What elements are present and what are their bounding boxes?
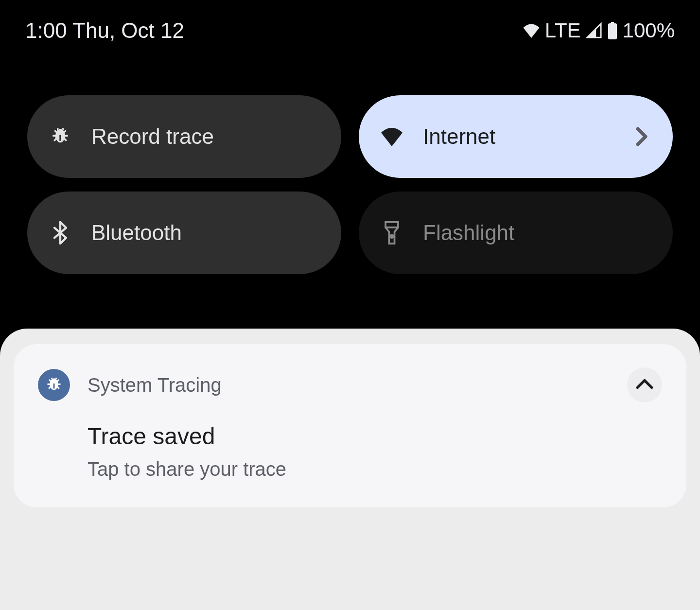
network-type: LTE	[545, 19, 581, 42]
bluetooth-icon	[49, 221, 72, 244]
wifi-status-icon	[523, 23, 540, 38]
qs-label-flashlight: Flashlight	[423, 221, 651, 245]
qs-label-record-trace: Record trace	[91, 124, 320, 149]
battery-percent: 100%	[623, 19, 675, 42]
signal-icon	[586, 22, 602, 39]
notification-card[interactable]: System Tracing Trace saved Tap to share …	[14, 344, 686, 507]
notification-body: Trace saved Tap to share your trace	[88, 423, 662, 480]
notification-subtitle: Tap to share your trace	[88, 458, 662, 480]
qs-tile-record-trace[interactable]: Record trace	[27, 95, 341, 178]
quick-settings-panel: Record trace Internet Bluetooth	[0, 43, 700, 274]
bug-icon	[38, 369, 70, 401]
svg-rect-2	[385, 222, 398, 227]
qs-tile-internet[interactable]: Internet	[359, 95, 673, 178]
status-right-icons: LTE 100%	[523, 19, 675, 42]
wifi-icon	[380, 125, 403, 148]
bug-icon	[49, 125, 72, 148]
chevron-right-icon	[636, 127, 648, 146]
qs-label-internet: Internet	[423, 124, 616, 149]
notification-header: System Tracing	[38, 367, 662, 402]
notification-area: System Tracing Trace saved Tap to share …	[0, 329, 700, 610]
notification-title: Trace saved	[88, 423, 662, 450]
battery-icon	[607, 22, 618, 39]
qs-tile-flashlight[interactable]: Flashlight	[359, 192, 673, 274]
svg-rect-0	[611, 22, 614, 23]
collapse-button[interactable]	[627, 367, 662, 402]
flashlight-icon	[380, 221, 403, 244]
chevron-up-icon	[635, 379, 654, 391]
notification-app-name: System Tracing	[88, 374, 610, 396]
svg-rect-1	[608, 23, 617, 39]
status-time-date: 1:00 Thu, Oct 12	[25, 18, 184, 43]
qs-label-bluetooth: Bluetooth	[91, 221, 320, 245]
svg-point-3	[390, 235, 393, 238]
qs-tile-bluetooth[interactable]: Bluetooth	[27, 192, 341, 274]
status-bar: 1:00 Thu, Oct 12 LTE 100%	[0, 0, 700, 43]
